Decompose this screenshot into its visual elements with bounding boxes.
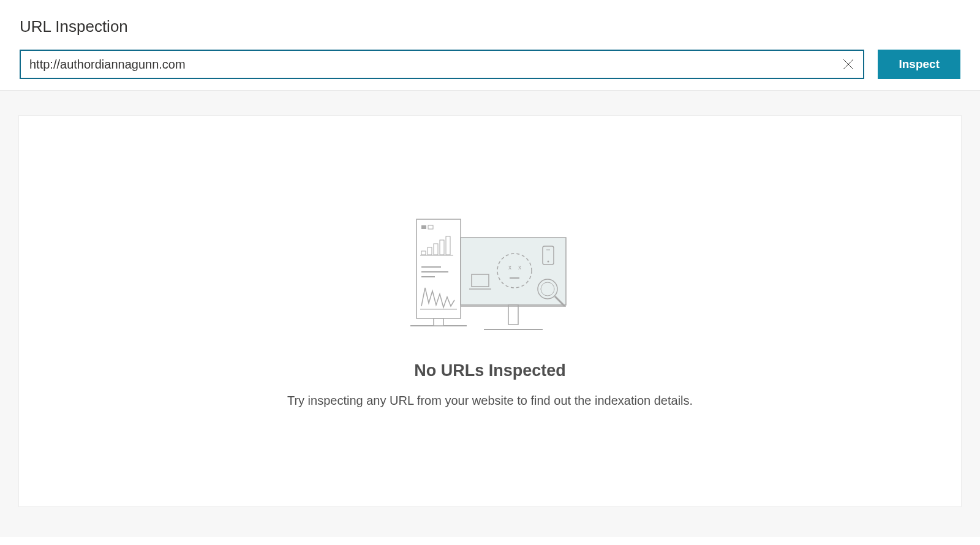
svg-rect-30	[508, 305, 518, 325]
close-icon	[842, 58, 854, 70]
empty-state-card: x x No URLs Inspected Try inspecting any…	[18, 115, 962, 507]
url-input[interactable]	[21, 51, 834, 78]
svg-rect-16	[434, 318, 443, 326]
content-area: x x No URLs Inspected Try inspecting any…	[0, 90, 980, 537]
svg-rect-2	[417, 219, 461, 318]
svg-text:x: x	[508, 264, 511, 271]
url-input-wrapper	[20, 50, 864, 79]
url-input-row: Inspect	[20, 50, 960, 79]
svg-rect-3	[421, 225, 426, 229]
clear-input-button[interactable]	[834, 51, 863, 78]
dashboard-empty-icon: x x	[404, 214, 576, 337]
page-title: URL Inspection	[20, 17, 960, 36]
svg-point-26	[548, 261, 549, 263]
empty-state-title: No URLs Inspected	[414, 361, 566, 380]
header-section: URL Inspection Inspect	[0, 0, 980, 90]
inspect-button[interactable]: Inspect	[878, 50, 960, 79]
empty-state-illustration: x x	[404, 214, 576, 337]
svg-rect-17	[461, 238, 566, 305]
empty-state-description: Try inspecting any URL from your website…	[287, 394, 693, 408]
svg-text:x: x	[518, 264, 521, 271]
